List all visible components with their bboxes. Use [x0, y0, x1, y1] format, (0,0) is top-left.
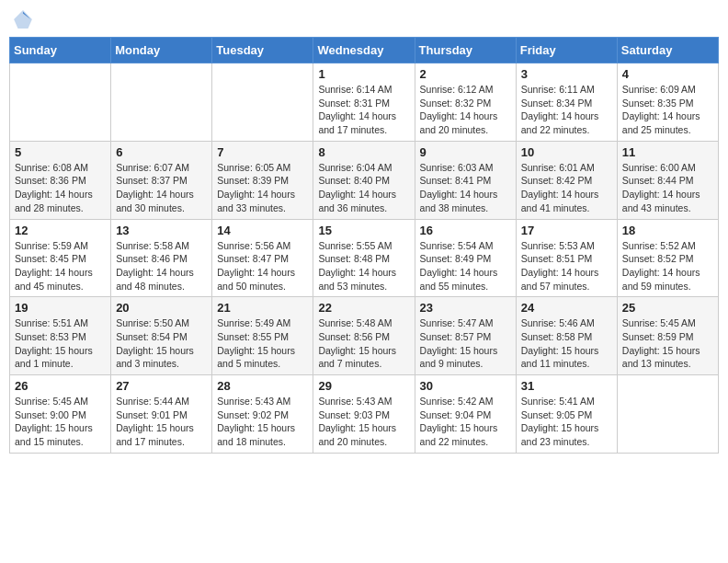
day-number: 27	[116, 379, 207, 393]
day-info: Sunrise: 6:00 AM Sunset: 8:44 PM Dayligh…	[622, 161, 713, 215]
week-row-4: 19Sunrise: 5:51 AM Sunset: 8:53 PM Dayli…	[10, 297, 719, 375]
calendar-cell: 7Sunrise: 6:05 AM Sunset: 8:39 PM Daylig…	[212, 141, 313, 219]
calendar-cell: 5Sunrise: 6:08 AM Sunset: 8:36 PM Daylig…	[10, 141, 111, 219]
calendar-cell: 9Sunrise: 6:03 AM Sunset: 8:41 PM Daylig…	[415, 141, 516, 219]
page-header	[9, 9, 719, 29]
calendar-cell: 31Sunrise: 5:41 AM Sunset: 9:05 PM Dayli…	[516, 375, 617, 454]
calendar-cell	[212, 63, 313, 142]
calendar-cell	[111, 63, 212, 142]
calendar-table: SundayMondayTuesdayWednesdayThursdayFrid…	[9, 37, 719, 454]
day-info: Sunrise: 5:42 AM Sunset: 9:04 PM Dayligh…	[420, 395, 511, 449]
day-info: Sunrise: 6:11 AM Sunset: 8:34 PM Dayligh…	[521, 83, 612, 137]
calendar-cell: 29Sunrise: 5:43 AM Sunset: 9:03 PM Dayli…	[313, 375, 415, 454]
day-info: Sunrise: 5:54 AM Sunset: 8:49 PM Dayligh…	[420, 239, 511, 293]
day-info: Sunrise: 6:03 AM Sunset: 8:41 PM Dayligh…	[420, 161, 511, 215]
week-row-3: 12Sunrise: 5:59 AM Sunset: 8:45 PM Dayli…	[10, 219, 719, 297]
calendar-cell: 14Sunrise: 5:56 AM Sunset: 8:47 PM Dayli…	[212, 219, 313, 297]
day-info: Sunrise: 5:53 AM Sunset: 8:51 PM Dayligh…	[521, 239, 612, 293]
calendar-cell: 23Sunrise: 5:47 AM Sunset: 8:57 PM Dayli…	[415, 297, 516, 375]
day-info: Sunrise: 5:44 AM Sunset: 9:01 PM Dayligh…	[116, 395, 207, 449]
calendar-cell: 28Sunrise: 5:43 AM Sunset: 9:02 PM Dayli…	[212, 375, 313, 454]
day-info: Sunrise: 5:59 AM Sunset: 8:45 PM Dayligh…	[15, 239, 106, 293]
day-number: 17	[521, 224, 612, 237]
day-info: Sunrise: 6:14 AM Sunset: 8:31 PM Dayligh…	[318, 83, 409, 137]
day-number: 9	[420, 145, 511, 159]
day-number: 20	[116, 301, 207, 315]
calendar-cell: 12Sunrise: 5:59 AM Sunset: 8:45 PM Dayli…	[10, 219, 111, 297]
calendar-cell: 3Sunrise: 6:11 AM Sunset: 8:34 PM Daylig…	[516, 63, 617, 142]
header-day-thursday: Thursday	[415, 38, 516, 63]
header-day-monday: Monday	[111, 38, 212, 63]
day-info: Sunrise: 6:04 AM Sunset: 8:40 PM Dayligh…	[318, 161, 409, 215]
logo	[13, 9, 37, 29]
day-number: 7	[217, 145, 308, 159]
day-number: 24	[521, 301, 612, 315]
day-info: Sunrise: 5:45 AM Sunset: 9:00 PM Dayligh…	[15, 395, 106, 449]
week-row-5: 26Sunrise: 5:45 AM Sunset: 9:00 PM Dayli…	[10, 375, 719, 454]
day-number: 25	[622, 301, 713, 315]
calendar-cell: 26Sunrise: 5:45 AM Sunset: 9:00 PM Dayli…	[10, 375, 111, 454]
day-info: Sunrise: 5:48 AM Sunset: 8:56 PM Dayligh…	[318, 316, 409, 371]
calendar-body: 1Sunrise: 6:14 AM Sunset: 8:31 PM Daylig…	[10, 63, 719, 454]
day-number: 22	[318, 301, 409, 315]
day-info: Sunrise: 5:55 AM Sunset: 8:48 PM Dayligh…	[318, 239, 409, 293]
header-day-sunday: Sunday	[10, 38, 111, 63]
day-info: Sunrise: 5:52 AM Sunset: 8:52 PM Dayligh…	[622, 239, 713, 293]
day-number: 15	[318, 224, 409, 237]
calendar-cell: 15Sunrise: 5:55 AM Sunset: 8:48 PM Dayli…	[313, 219, 415, 297]
day-info: Sunrise: 5:47 AM Sunset: 8:57 PM Dayligh…	[420, 316, 511, 371]
calendar-cell: 25Sunrise: 5:45 AM Sunset: 8:59 PM Dayli…	[617, 297, 718, 375]
day-info: Sunrise: 5:58 AM Sunset: 8:46 PM Dayligh…	[116, 239, 207, 293]
calendar-cell	[617, 375, 718, 454]
calendar-cell: 11Sunrise: 6:00 AM Sunset: 8:44 PM Dayli…	[617, 141, 718, 219]
day-info: Sunrise: 6:12 AM Sunset: 8:32 PM Dayligh…	[420, 83, 511, 137]
day-number: 12	[15, 224, 106, 237]
day-number: 2	[420, 67, 511, 81]
calendar-cell: 30Sunrise: 5:42 AM Sunset: 9:04 PM Dayli…	[415, 375, 516, 454]
week-row-1: 1Sunrise: 6:14 AM Sunset: 8:31 PM Daylig…	[10, 63, 719, 142]
day-number: 8	[318, 145, 409, 159]
calendar-cell: 27Sunrise: 5:44 AM Sunset: 9:01 PM Dayli…	[111, 375, 212, 454]
week-row-2: 5Sunrise: 6:08 AM Sunset: 8:36 PM Daylig…	[10, 141, 719, 219]
day-info: Sunrise: 5:43 AM Sunset: 9:02 PM Dayligh…	[217, 395, 308, 449]
day-info: Sunrise: 5:43 AM Sunset: 9:03 PM Dayligh…	[318, 395, 409, 449]
day-info: Sunrise: 6:07 AM Sunset: 8:37 PM Dayligh…	[116, 161, 207, 215]
day-number: 18	[622, 224, 713, 237]
day-number: 26	[15, 379, 106, 393]
day-number: 21	[217, 301, 308, 315]
calendar-cell: 6Sunrise: 6:07 AM Sunset: 8:37 PM Daylig…	[111, 141, 212, 219]
calendar-cell: 21Sunrise: 5:49 AM Sunset: 8:55 PM Dayli…	[212, 297, 313, 375]
calendar-cell: 22Sunrise: 5:48 AM Sunset: 8:56 PM Dayli…	[313, 297, 415, 375]
calendar-cell: 1Sunrise: 6:14 AM Sunset: 8:31 PM Daylig…	[313, 63, 415, 142]
calendar-header: SundayMondayTuesdayWednesdayThursdayFrid…	[10, 38, 719, 63]
day-info: Sunrise: 5:41 AM Sunset: 9:05 PM Dayligh…	[521, 395, 612, 449]
calendar-cell: 10Sunrise: 6:01 AM Sunset: 8:42 PM Dayli…	[516, 141, 617, 219]
calendar-cell: 20Sunrise: 5:50 AM Sunset: 8:54 PM Dayli…	[111, 297, 212, 375]
day-number: 23	[420, 301, 511, 315]
day-number: 3	[521, 67, 612, 81]
day-number: 14	[217, 224, 308, 237]
header-day-friday: Friday	[516, 38, 617, 63]
calendar-cell: 19Sunrise: 5:51 AM Sunset: 8:53 PM Dayli…	[10, 297, 111, 375]
day-info: Sunrise: 6:05 AM Sunset: 8:39 PM Dayligh…	[217, 161, 308, 215]
logo-icon	[13, 9, 33, 29]
day-number: 30	[420, 379, 511, 393]
day-info: Sunrise: 5:45 AM Sunset: 8:59 PM Dayligh…	[622, 316, 713, 371]
calendar-cell: 4Sunrise: 6:09 AM Sunset: 8:35 PM Daylig…	[617, 63, 718, 142]
day-info: Sunrise: 5:49 AM Sunset: 8:55 PM Dayligh…	[217, 316, 308, 371]
day-number: 10	[521, 145, 612, 159]
header-row: SundayMondayTuesdayWednesdayThursdayFrid…	[10, 38, 719, 63]
day-info: Sunrise: 5:46 AM Sunset: 8:58 PM Dayligh…	[521, 316, 612, 371]
day-number: 29	[318, 379, 409, 393]
calendar-cell: 8Sunrise: 6:04 AM Sunset: 8:40 PM Daylig…	[313, 141, 415, 219]
calendar-cell: 18Sunrise: 5:52 AM Sunset: 8:52 PM Dayli…	[617, 219, 718, 297]
day-number: 31	[521, 379, 612, 393]
calendar-cell: 13Sunrise: 5:58 AM Sunset: 8:46 PM Dayli…	[111, 219, 212, 297]
day-info: Sunrise: 5:51 AM Sunset: 8:53 PM Dayligh…	[15, 316, 106, 371]
day-number: 28	[217, 379, 308, 393]
calendar-cell: 17Sunrise: 5:53 AM Sunset: 8:51 PM Dayli…	[516, 219, 617, 297]
day-info: Sunrise: 5:56 AM Sunset: 8:47 PM Dayligh…	[217, 239, 308, 293]
header-day-wednesday: Wednesday	[313, 38, 415, 63]
day-number: 13	[116, 224, 207, 237]
day-info: Sunrise: 5:50 AM Sunset: 8:54 PM Dayligh…	[116, 316, 207, 371]
